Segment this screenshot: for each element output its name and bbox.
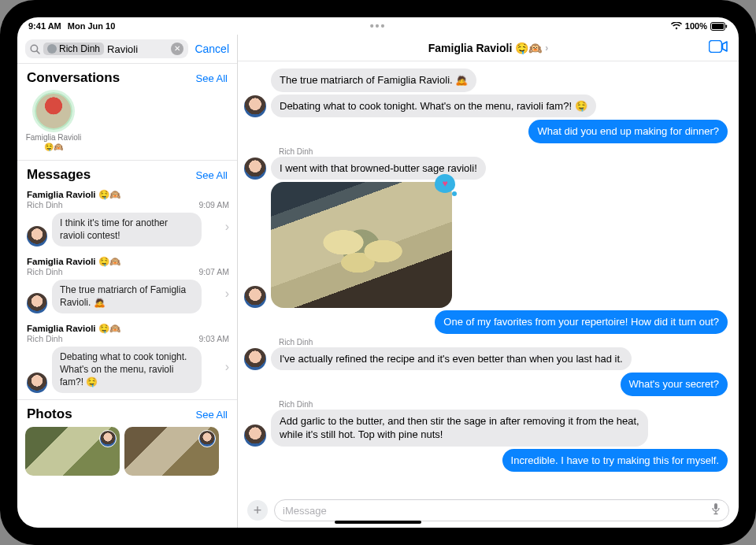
see-all-conversations[interactable]: See All — [196, 72, 228, 84]
svg-rect-5 — [710, 40, 722, 52]
message-placeholder: iMessage — [283, 505, 327, 517]
svg-line-4 — [37, 50, 39, 53]
message-result[interactable]: Famiglia Ravioli 🤤🙉Rich Dinh9:07 AMThe t… — [17, 253, 237, 320]
section-title-messages: Messages — [27, 167, 91, 183]
see-all-messages[interactable]: See All — [196, 169, 228, 181]
conversation-header[interactable]: Famiglia Ravioli 🤤🙉 › — [238, 35, 739, 61]
token-avatar-icon — [47, 44, 57, 54]
message-result[interactable]: Famiglia Ravioli 🤤🙉Rich Dinh9:03 AMDebat… — [17, 320, 237, 399]
conversation-pane: Famiglia Ravioli 🤤🙉 › The true matriarch… — [238, 35, 739, 528]
sender-avatar-icon — [244, 95, 266, 117]
message-result-text: The true matriarch of Famiglia Ravioli. … — [52, 280, 202, 313]
message-result[interactable]: Famiglia Ravioli 🤤🙉Rich Dinh9:09 AMI thi… — [17, 186, 237, 253]
status-date: Mon Jun 10 — [68, 21, 116, 31]
sender-avatar-icon — [244, 425, 266, 447]
sender-avatar-icon — [244, 286, 266, 308]
message-outgoing[interactable]: One of my favorites from your repertoire… — [244, 310, 728, 334]
svg-rect-2 — [726, 24, 728, 28]
photo-result[interactable] — [25, 427, 120, 476]
search-text: Ravioli — [107, 43, 168, 55]
photo-result[interactable] — [124, 427, 219, 476]
search-icon — [30, 44, 40, 54]
message-text: Add garlic to the butter, and then stir … — [271, 410, 648, 447]
conversation-result[interactable]: Famiglia Ravioli 🤤🙉 — [25, 92, 82, 152]
message-outgoing[interactable]: What's your secret? — [244, 373, 728, 396]
sidebar: Rich Dinh Ravioli ✕ Cancel Conversations… — [17, 35, 238, 528]
sender-avatar-icon — [244, 348, 266, 370]
battery-icon — [710, 22, 728, 31]
tapback-heart-icon[interactable]: ♥ — [435, 174, 455, 195]
see-all-photos[interactable]: See All — [196, 409, 228, 421]
sender-avatar-icon — [27, 226, 47, 247]
sender-name: Rich Dinh — [279, 338, 313, 347]
message-text: The true matriarch of Famiglia Ravioli. … — [271, 69, 476, 92]
message-result-time: 9:09 AM — [198, 200, 229, 209]
message-input[interactable]: iMessage — [274, 499, 729, 521]
section-title-conversations: Conversations — [27, 70, 120, 86]
battery-pct: 100% — [685, 21, 707, 31]
message-text: Incredible. I have to try making this fo… — [502, 449, 728, 473]
photo-attachment[interactable] — [271, 182, 452, 308]
message-incoming[interactable]: The true matriarch of Famiglia Ravioli. … — [244, 69, 728, 92]
section-conversations: Conversations See All Famiglia Ravioli 🤤… — [17, 63, 237, 160]
conversation-title: Famiglia Ravioli 🤤🙉 — [428, 42, 542, 54]
message-result-chat: Famiglia Ravioli 🤤🙉 — [27, 323, 229, 334]
compose-bar: + iMessage — [238, 495, 739, 528]
clear-search-icon[interactable]: ✕ — [171, 43, 183, 55]
message-result-chat: Famiglia Ravioli 🤤🙉 — [27, 189, 229, 200]
message-text: Debating what to cook tonight. What's on… — [271, 95, 596, 118]
sender-name: Rich Dinh — [279, 147, 313, 156]
home-indicator[interactable] — [335, 521, 421, 524]
chevron-right-icon: › — [225, 220, 229, 234]
message-outgoing[interactable]: Incredible. I have to try making this fo… — [244, 449, 728, 473]
message-incoming-photo[interactable]: ♥ — [244, 182, 728, 308]
message-result-text: I think it's time for another ravioli co… — [52, 213, 202, 247]
screen: 9:41 AM Mon Jun 10 ••• 100% — [17, 17, 739, 528]
dictate-icon[interactable] — [711, 502, 721, 518]
sender-avatar-icon — [244, 158, 266, 180]
sender-avatar-icon — [27, 373, 47, 393]
message-result-chat: Famiglia Ravioli 🤤🙉 — [27, 256, 229, 267]
section-title-photos: Photos — [27, 406, 72, 422]
message-text: One of my favorites from your repertoire… — [435, 310, 728, 334]
section-photos: Photos See All — [17, 399, 237, 476]
sender-avatar-icon — [99, 430, 117, 447]
status-bar: 9:41 AM Mon Jun 10 ••• 100% — [17, 17, 739, 35]
group-avatar-icon — [35, 92, 72, 130]
sender-name: Rich Dinh — [279, 400, 313, 409]
message-result-sender: Rich Dinh — [27, 267, 63, 276]
message-incoming[interactable]: Rich DinhI've actually refined the recip… — [244, 336, 728, 371]
section-messages: Messages See All Famiglia Ravioli 🤤🙉Rich… — [17, 160, 237, 399]
wifi-icon — [671, 22, 682, 30]
chevron-right-icon: › — [545, 43, 548, 54]
cancel-button[interactable]: Cancel — [195, 43, 229, 55]
message-result-time: 9:07 AM — [198, 267, 229, 276]
chevron-right-icon: › — [225, 287, 229, 301]
message-text: What did you end up making for dinner? — [528, 120, 728, 143]
search-token-person[interactable]: Rich Dinh — [43, 43, 104, 55]
sender-avatar-icon — [27, 293, 47, 313]
message-result-sender: Rich Dinh — [27, 200, 63, 209]
plus-button[interactable]: + — [247, 500, 268, 521]
svg-rect-1 — [712, 24, 724, 29]
search-token-label: Rich Dinh — [59, 43, 100, 54]
status-time: 9:41 AM — [28, 21, 61, 31]
message-result-sender: Rich Dinh — [27, 334, 63, 343]
sender-avatar-icon — [198, 430, 216, 447]
facetime-button[interactable] — [709, 40, 728, 56]
multitask-dots-icon[interactable]: ••• — [370, 20, 387, 32]
chevron-right-icon: › — [225, 360, 229, 374]
message-outgoing[interactable]: What did you end up making for dinner? — [244, 120, 728, 143]
message-result-time: 9:03 AM — [198, 334, 229, 343]
conversation-result-name: Famiglia Ravioli 🤤🙉 — [25, 133, 82, 152]
message-text: What's your secret? — [621, 373, 728, 396]
svg-rect-6 — [714, 503, 717, 510]
message-incoming[interactable]: Debating what to cook tonight. What's on… — [244, 95, 728, 118]
message-result-text: Debating what to cook tonight. What's on… — [52, 347, 202, 393]
ipad-frame: 9:41 AM Mon Jun 10 ••• 100% — [0, 0, 756, 545]
search-input[interactable]: Rich Dinh Ravioli ✕ — [25, 39, 188, 58]
message-thread[interactable]: The true matriarch of Famiglia Ravioli. … — [238, 61, 739, 495]
message-incoming[interactable]: Rich DinhI went with that browned-butter… — [244, 146, 728, 180]
message-incoming[interactable]: Rich DinhAdd garlic to the butter, and t… — [244, 399, 728, 447]
message-text: I've actually refined the recipe and it'… — [271, 347, 632, 371]
